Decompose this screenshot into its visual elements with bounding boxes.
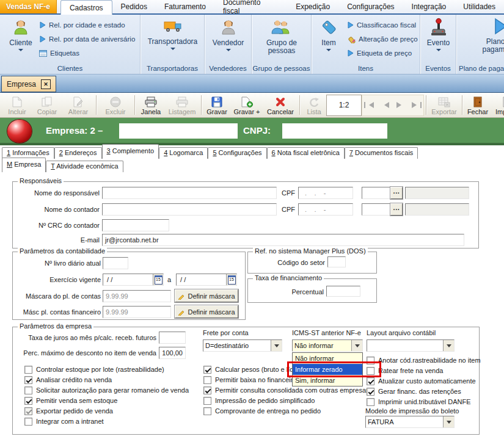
checkbox-analisar-credito[interactable]: Analisar crédito na venda bbox=[24, 376, 112, 384]
app-button[interactable]: Vendas NF-e bbox=[0, 0, 57, 13]
frete-combobox[interactable]: D=destinatário bbox=[203, 339, 282, 352]
lookup-responsavel-field[interactable] bbox=[362, 187, 390, 199]
masc-financeiro-field[interactable]: 9.99.99 bbox=[103, 306, 171, 318]
tab-atividade-economica[interactable]: T Atividade econômica bbox=[46, 161, 123, 172]
checkbox-box[interactable] bbox=[203, 386, 211, 394]
ellipsis-button[interactable]: ··· bbox=[390, 187, 403, 199]
layout-arquivo-combobox[interactable] bbox=[367, 339, 455, 352]
copiar-button[interactable]: Copiar bbox=[32, 93, 62, 117]
classificacao-fiscal-link[interactable]: Classificacao fiscal bbox=[347, 20, 416, 31]
menu-tab-configuracoes[interactable]: Configurações bbox=[338, 0, 403, 13]
transportadora-button[interactable]: Transportadora bbox=[141, 18, 205, 53]
rel-data-aniversario-link[interactable]: Rel. por data de aniversário bbox=[39, 34, 135, 45]
checkbox-anotar-rastreabilidade[interactable]: Anotar cód.rastreabilidade no item bbox=[367, 356, 481, 365]
tab-nota-fiscal-eletronica[interactable]: 6 Nota fiscal eletrônica bbox=[267, 147, 345, 159]
tab-documentos-fiscais[interactable]: 7 Documentos fiscais bbox=[345, 147, 418, 159]
checkbox-solicitar-autorizacao-romaneio[interactable]: Solicitar autorização para gerar romanei… bbox=[24, 386, 189, 394]
checkbox-atualizar-custo[interactable]: Atualizar custo automaticamente bbox=[367, 377, 476, 385]
checkbox-imprimir-unid-tributavel[interactable]: Imprimir unid.tributável DANFE bbox=[367, 397, 471, 406]
cpf-responsavel-field[interactable]: . . - bbox=[298, 187, 353, 199]
fechar-button[interactable]: Fechar bbox=[464, 93, 491, 117]
tab-configuracoes[interactable]: 5 Configurações bbox=[208, 147, 266, 159]
menu-tab-expedicao[interactable]: Expedição bbox=[287, 0, 338, 13]
rel-cidade-estado-link[interactable]: Rel. por cidade e estado bbox=[39, 20, 125, 31]
mascara-contas-field[interactable]: 9.99.99 bbox=[103, 290, 171, 302]
dropdown-arrow-icon[interactable] bbox=[443, 416, 454, 427]
checkbox-box[interactable] bbox=[367, 377, 374, 385]
dropdown-arrow-icon[interactable] bbox=[443, 340, 454, 351]
checkbox-integrar-intranet[interactable]: Integrar com a intranet bbox=[24, 417, 104, 426]
icms-st-combobox[interactable]: Não informar bbox=[292, 339, 363, 352]
crc-field[interactable] bbox=[102, 219, 169, 231]
checkbox-box[interactable] bbox=[24, 376, 32, 384]
nav-next-button[interactable] bbox=[396, 102, 404, 108]
checkbox-impressao-pedido-simplificado[interactable]: Impressão de pedido simplificado bbox=[203, 396, 315, 405]
item-button[interactable]: Item bbox=[315, 18, 342, 54]
checkbox-consulta-consolidada[interactable]: Permitir consulta consolidada com outras… bbox=[203, 386, 370, 394]
alterar-button[interactable]: Alterar bbox=[62, 93, 94, 117]
gravar-mais-button[interactable]: Gravar + bbox=[230, 93, 263, 117]
taxa-juros-field[interactable] bbox=[159, 332, 186, 344]
nome-contador-field[interactable] bbox=[102, 203, 277, 216]
calendar-button[interactable]: 15 bbox=[153, 274, 163, 285]
checkbox-comprovante-entrega[interactable]: Comprovante de entrega no pedido bbox=[203, 407, 321, 415]
lookup-contador-field[interactable] bbox=[362, 203, 390, 216]
nav-last-button[interactable] bbox=[412, 102, 422, 108]
menu-tab-cadastros[interactable]: Cadastros bbox=[60, 0, 112, 15]
checkbox-box[interactable] bbox=[367, 388, 374, 396]
perc-desconto-field[interactable]: 100,00 bbox=[159, 347, 186, 359]
checkbox-box[interactable] bbox=[24, 407, 32, 415]
exportar-button[interactable]: Exportar bbox=[428, 93, 460, 117]
grupo-pessoas-button[interactable]: Grupo de pessoas bbox=[257, 18, 306, 55]
cancelar-button[interactable]: Cancelar bbox=[263, 93, 298, 117]
checkbox-box[interactable] bbox=[24, 418, 32, 426]
tab-empresa[interactable]: M Empresa bbox=[2, 158, 46, 172]
alteracao-preco-link[interactable]: Alteração de preço bbox=[347, 34, 418, 45]
dropdown-arrow-icon[interactable] bbox=[271, 340, 282, 351]
janela-button[interactable]: Janela bbox=[137, 93, 165, 117]
listagem-button[interactable]: Listagem bbox=[165, 93, 199, 117]
incluir-button[interactable]: Incluir bbox=[2, 93, 32, 117]
evento-button[interactable]: Evento bbox=[420, 18, 456, 54]
vendedor-button[interactable]: Vendedor bbox=[205, 18, 252, 54]
definir-mascara-button[interactable]: Definir máscara bbox=[175, 289, 238, 302]
checkbox-box[interactable] bbox=[367, 398, 374, 406]
checkbox-box[interactable] bbox=[24, 386, 32, 394]
checkbox-box[interactable] bbox=[203, 366, 211, 374]
menu-tab-utilidades[interactable]: Utilidades bbox=[455, 0, 504, 13]
checkbox-permitir-venda-sem-estoque[interactable]: Pemitir venda sem estoque bbox=[24, 396, 117, 405]
close-icon[interactable]: ✕ bbox=[41, 79, 51, 89]
etiquetas-link[interactable]: Etiquetas bbox=[39, 48, 79, 59]
dropdown-arrow-icon[interactable] bbox=[351, 340, 362, 351]
calendar-button[interactable]: 15 bbox=[226, 274, 236, 285]
checkbox-box[interactable] bbox=[203, 397, 211, 405]
nome-responsavel-field[interactable] bbox=[102, 187, 277, 199]
ellipsis-button[interactable]: ··· bbox=[390, 203, 403, 216]
tab-complemento[interactable]: 3 Complemento bbox=[102, 144, 159, 159]
tab-enderecos[interactable]: 2 Endereços bbox=[54, 147, 102, 159]
menu-tab-faturamento[interactable]: Faturamento bbox=[156, 0, 214, 13]
cpf-contador-field[interactable]: . . - bbox=[298, 203, 353, 216]
lista-button[interactable]: Lista bbox=[302, 93, 326, 117]
tab-logomarca[interactable]: 4 Logomarca bbox=[159, 147, 208, 159]
checkbox-gerar-financ-retencoes[interactable]: Gerar financ. das retenções bbox=[367, 387, 461, 396]
exercicio-fim-datefield[interactable]: / / 15 bbox=[176, 274, 237, 286]
excluir-button[interactable]: Excluir bbox=[98, 93, 133, 117]
nav-prev-button[interactable] bbox=[381, 102, 389, 108]
livro-diario-field[interactable] bbox=[103, 257, 128, 269]
etiqueta-preco-link[interactable]: Etiqueta de preço bbox=[347, 48, 412, 59]
gravar-button[interactable]: Gravar bbox=[203, 93, 230, 117]
checkbox-box[interactable] bbox=[203, 376, 211, 384]
importar-button[interactable]: Importar bbox=[491, 93, 504, 117]
codigo-setor-field[interactable] bbox=[327, 256, 346, 267]
checkbox-box[interactable] bbox=[24, 366, 32, 374]
window-tab-empresa[interactable]: Empresa ✕ bbox=[1, 76, 56, 92]
definir-mascara-button[interactable]: Definir máscara bbox=[175, 305, 238, 318]
menu-tab-documento-fiscal[interactable]: Documento fiscal bbox=[214, 0, 287, 13]
checkbox-controlar-estoque-lote[interactable]: Controlar estoque por lote (rastreabilid… bbox=[24, 365, 164, 374]
checkbox-box[interactable] bbox=[24, 397, 32, 405]
menu-tab-pedidos[interactable]: Pedidos bbox=[112, 0, 156, 13]
email-field[interactable]: jr@jrcontab.net.br bbox=[102, 234, 464, 246]
checkbox-box[interactable] bbox=[203, 407, 211, 415]
percentual-field[interactable] bbox=[326, 286, 360, 297]
